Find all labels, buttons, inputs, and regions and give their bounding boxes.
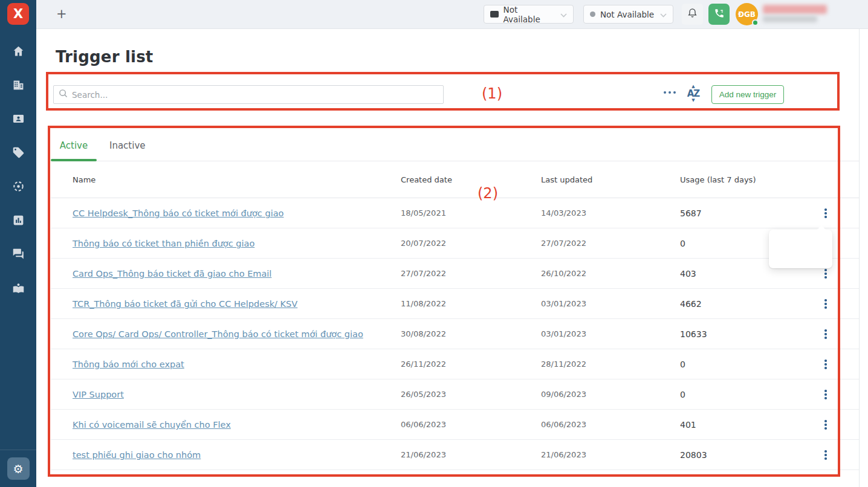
redacted-user-name — [763, 5, 827, 14]
row-actions-menu-item[interactable] — [769, 244, 832, 254]
table-row: Card Ops_Thông báo ticket đã giao cho Em… — [51, 259, 859, 289]
page-title: Trigger list — [56, 48, 153, 66]
content-right-divider — [859, 29, 860, 487]
trigger-name-link[interactable]: VIP Support — [73, 390, 124, 399]
trigger-name-link[interactable]: CC Helpdesk_Thông báo có ticket mới được… — [73, 208, 283, 218]
usage-cell: 5687 — [680, 208, 789, 218]
trigger-name-link[interactable]: test phiếu ghi giao cho nhóm — [73, 450, 201, 460]
top-bar: + Not Available Not Available ĐGB — [36, 0, 868, 29]
table-row: Thông báo có ticket than phiền được giao… — [51, 228, 859, 259]
search-input[interactable] — [72, 90, 438, 100]
row-actions-kebab-button[interactable] — [820, 418, 832, 431]
phone-button[interactable] — [708, 4, 730, 25]
sidebar-item-reports[interactable] — [0, 204, 36, 238]
column-header-name: Name — [73, 175, 401, 184]
table-row: TCR_Thông báo ticket đã gửi cho CC Helpd… — [51, 289, 859, 319]
table-row: test phiếu ghi giao cho nhóm 21/06/2023 … — [51, 440, 859, 470]
table-header: Name Created date Last updated Usage (la… — [51, 161, 859, 198]
trigger-name-link[interactable]: Thông báo có ticket than phiền được giao — [73, 239, 254, 248]
trigger-name-link[interactable]: Thông báo mới cho expat — [73, 360, 184, 369]
chat-status-value: Not Available — [504, 5, 555, 24]
last-updated-cell: 28/11/2022 — [541, 360, 680, 369]
target-icon — [12, 180, 25, 195]
row-actions-kebab-button[interactable] — [820, 327, 832, 341]
sidebar-item-company[interactable] — [0, 69, 36, 103]
created-date-cell: 30/08/2022 — [401, 329, 541, 338]
chat-bubble-icon — [490, 11, 499, 18]
created-date-cell: 21/06/2023 — [401, 450, 541, 459]
created-date-cell: 18/05/2021 — [401, 208, 541, 218]
home-icon — [12, 45, 25, 60]
conversations-icon — [12, 248, 25, 263]
trigger-name-link[interactable]: TCR_Thông báo ticket đã gửi cho CC Helpd… — [73, 299, 297, 309]
sidebar-item-home[interactable] — [0, 35, 36, 69]
row-actions-kebab-button[interactable] — [820, 207, 832, 220]
contacts-icon — [12, 112, 25, 127]
row-actions-kebab-button[interactable] — [820, 358, 832, 371]
new-tab-button[interactable]: + — [56, 7, 67, 21]
tab-inactive[interactable]: Inactive — [109, 140, 146, 151]
sort-az-icon: AZ — [685, 89, 702, 98]
settings-gear-icon: ⚙ — [13, 462, 23, 476]
sort-az-button[interactable]: ▲ AZ ▼ — [685, 85, 702, 105]
row-actions-menu — [769, 230, 832, 268]
sidebar-item-conversations[interactable] — [0, 238, 36, 272]
search-box — [53, 85, 444, 104]
row-actions-menu-item[interactable] — [769, 234, 832, 244]
app-logo[interactable]: X — [7, 3, 29, 25]
row-actions-kebab-button[interactable] — [820, 448, 832, 462]
notification-bell-icon — [687, 7, 698, 21]
last-updated-cell: 03/01/2023 — [541, 299, 680, 308]
sidebar-item-contacts[interactable] — [0, 103, 36, 137]
usage-cell: 4662 — [680, 299, 789, 309]
trigger-name-link[interactable]: Card Ops_Thông báo ticket đã giao cho Em… — [73, 269, 271, 279]
notifications-button[interactable] — [682, 4, 703, 25]
column-header-usage: Usage (last 7 days) — [680, 175, 789, 184]
chevron-down-icon — [560, 10, 567, 19]
created-date-cell: 26/11/2022 — [401, 360, 541, 369]
call-status-dropdown[interactable]: Not Available — [583, 5, 673, 24]
last-updated-cell: 14/03/2023 — [541, 208, 680, 218]
table-row: CC Helpdesk_Thông báo có ticket mới được… — [51, 198, 859, 228]
last-updated-cell: 26/10/2022 — [541, 269, 680, 278]
created-date-cell: 11/08/2022 — [401, 299, 541, 308]
more-options-button[interactable] — [664, 91, 676, 94]
table-row: Core Ops/ Card Ops/ Controller_Thông báo… — [51, 319, 859, 349]
trigger-name-link[interactable]: Khi có voicemail sẽ chuyển cho Flex — [73, 420, 231, 430]
settings-button[interactable]: ⚙ — [7, 457, 30, 480]
created-date-cell: 06/06/2023 — [401, 420, 541, 429]
tab-active[interactable]: Active — [51, 140, 97, 151]
usage-cell: 0 — [680, 360, 789, 369]
table-row: VIP Support 26/05/2023 09/06/2023 0 — [51, 379, 859, 410]
usage-cell: 401 — [680, 420, 789, 430]
reports-icon — [12, 214, 25, 229]
row-actions-menu-item[interactable] — [769, 254, 832, 263]
call-status-value: Not Available — [600, 10, 654, 19]
usage-cell: 0 — [680, 390, 789, 399]
row-actions-kebab-button[interactable] — [820, 297, 832, 311]
column-header-created: Created date — [401, 175, 541, 184]
sidebar-item-targets[interactable] — [0, 170, 36, 204]
sidebar-item-knowledge-base[interactable] — [0, 272, 36, 306]
redacted-user-role — [763, 16, 817, 22]
created-date-cell: 27/07/2022 — [401, 269, 541, 278]
chat-status-dropdown[interactable]: Not Available — [484, 5, 574, 24]
created-date-cell: 26/05/2023 — [401, 390, 541, 399]
created-date-cell: 20/07/2022 — [401, 239, 541, 248]
column-header-updated: Last updated — [541, 175, 680, 184]
last-updated-cell: 03/01/2023 — [541, 329, 680, 338]
last-updated-cell: 21/06/2023 — [541, 450, 680, 459]
table-row: Thông báo mới cho expat 26/11/2022 28/11… — [51, 349, 859, 379]
sidebar-item-tags[interactable] — [0, 137, 36, 170]
main-content: + Not Available Not Available ĐGB Trigge… — [36, 0, 868, 487]
trigger-name-link[interactable]: Core Ops/ Card Ops/ Controller_Thông báo… — [73, 329, 363, 339]
last-updated-cell: 06/06/2023 — [541, 420, 680, 429]
row-actions-kebab-button[interactable] — [820, 267, 832, 280]
chevron-down-icon — [660, 10, 667, 19]
table-row: Khi có voicemail sẽ chuyển cho Flex 06/0… — [51, 410, 859, 440]
row-actions-kebab-button[interactable] — [820, 388, 832, 401]
add-new-trigger-button[interactable]: Add new trigger — [711, 85, 784, 104]
user-avatar[interactable]: ĐGB — [736, 3, 758, 25]
tab-bar: Active Inactive — [51, 135, 859, 161]
usage-cell: 10633 — [680, 329, 789, 339]
